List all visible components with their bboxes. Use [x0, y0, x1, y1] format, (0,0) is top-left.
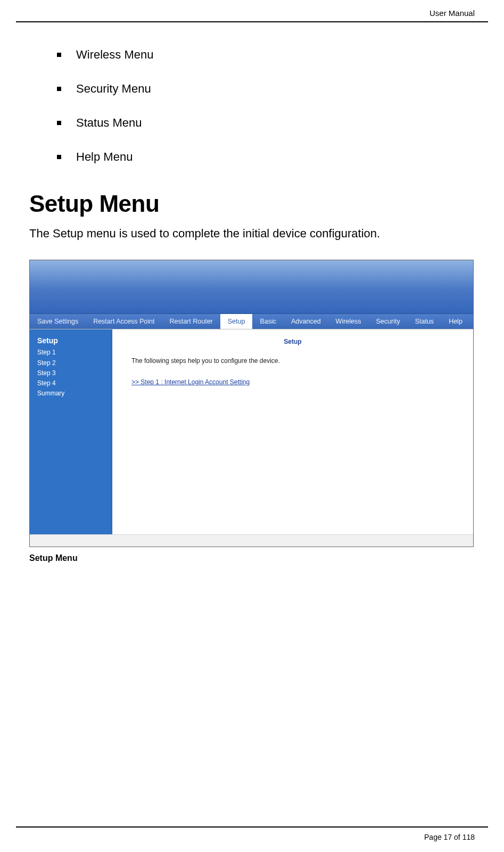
sidebar-item-summary[interactable]: Summary — [37, 388, 104, 399]
screenshot-banner — [30, 260, 473, 314]
tab-security[interactable]: Security — [369, 314, 408, 329]
header-label: User Manual — [429, 9, 475, 18]
setup-screenshot: Save Settings Restart Access Point Resta… — [29, 260, 474, 547]
tab-basic[interactable]: Basic — [252, 314, 284, 329]
menu-bullet-list: Wireless Menu Security Menu Status Menu … — [29, 48, 475, 164]
restart-ap-link[interactable]: Restart Access Point — [86, 314, 162, 329]
bullet-icon — [57, 87, 61, 91]
section-heading: Setup Menu — [29, 191, 475, 217]
bullet-icon — [57, 121, 61, 125]
save-settings-link[interactable]: Save Settings — [30, 314, 86, 329]
tab-advanced[interactable]: Advanced — [284, 314, 328, 329]
header-rule — [16, 21, 488, 22]
sidebar-item-step4[interactable]: Step 4 — [37, 378, 104, 388]
sidebar-item-step2[interactable]: Step 2 — [37, 358, 104, 368]
figure-caption: Setup Menu — [29, 553, 475, 563]
sidebar-title: Setup — [37, 335, 104, 346]
list-item-label: Status Menu — [76, 116, 142, 130]
screenshot-sidebar: Setup Step 1 Step 2 Step 3 Step 4 Summar… — [30, 329, 112, 536]
screenshot-main: Setup The following steps help you to co… — [112, 329, 473, 536]
footer-rule — [16, 826, 488, 828]
tab-status[interactable]: Status — [408, 314, 441, 329]
page-content: Wireless Menu Security Menu Status Menu … — [29, 0, 475, 563]
list-item: Security Menu — [57, 82, 475, 96]
tab-setup[interactable]: Setup — [220, 314, 253, 329]
list-item: Status Menu — [57, 116, 475, 130]
sidebar-item-step3[interactable]: Step 3 — [37, 368, 104, 378]
bullet-icon — [57, 155, 61, 159]
restart-router-link[interactable]: Restart Router — [162, 314, 220, 329]
step1-link[interactable]: >> Step 1 : Internet Login Account Setti… — [131, 378, 454, 386]
tab-wireless[interactable]: Wireless — [328, 314, 369, 329]
panel-description: The following steps help you to configur… — [131, 357, 454, 365]
list-item-label: Help Menu — [76, 150, 133, 164]
screenshot-body: Setup Step 1 Step 2 Step 3 Step 4 Summar… — [30, 329, 473, 536]
screenshot-tabbar: Save Settings Restart Access Point Resta… — [30, 314, 473, 329]
tab-help[interactable]: Help — [441, 314, 470, 329]
list-item: Help Menu — [57, 150, 475, 164]
list-item: Wireless Menu — [57, 48, 475, 62]
section-lead: The Setup menu is used to complete the i… — [29, 227, 475, 241]
panel-title: Setup — [131, 338, 454, 345]
document-page: User Manual Wireless Menu Security Menu … — [0, 0, 504, 852]
sidebar-item-step1[interactable]: Step 1 — [37, 348, 104, 358]
list-item-label: Wireless Menu — [76, 48, 153, 62]
screenshot-statusbar — [30, 534, 473, 547]
page-number: Page 17 of 118 — [424, 833, 475, 841]
bullet-icon — [57, 53, 61, 57]
list-item-label: Security Menu — [76, 82, 151, 96]
